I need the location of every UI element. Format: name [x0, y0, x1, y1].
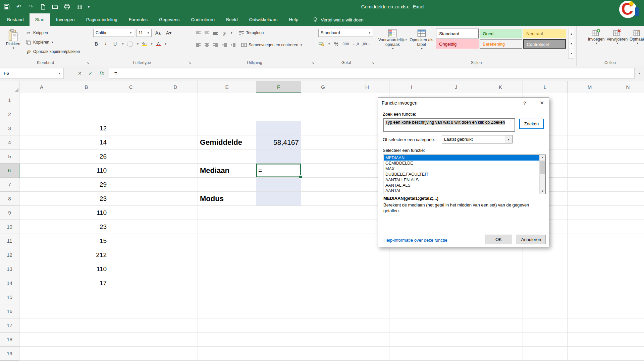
cell-I19[interactable]: [389, 347, 434, 361]
cell-N10[interactable]: [612, 220, 644, 234]
row-header-13[interactable]: 13: [0, 262, 19, 276]
cell-K18[interactable]: [478, 333, 523, 347]
font-size-combo[interactable]: 11 ▾: [136, 29, 152, 37]
cell-G12[interactable]: [301, 248, 345, 262]
cell-D5[interactable]: [153, 149, 198, 164]
list-scrollbar[interactable]: ▲ ▼: [539, 155, 545, 194]
row-header-1[interactable]: 1: [0, 93, 19, 107]
cell-H18[interactable]: [345, 333, 389, 347]
cell-B1[interactable]: [64, 93, 109, 107]
column-header-M[interactable]: M: [568, 81, 612, 93]
row-header-19[interactable]: 19: [0, 347, 19, 361]
cell-G10[interactable]: [301, 220, 345, 234]
cell-H17[interactable]: [345, 318, 389, 333]
cell-M5[interactable]: [568, 149, 612, 164]
cell-M19[interactable]: [568, 347, 612, 361]
cell-F7[interactable]: [256, 178, 301, 192]
cancel-button[interactable]: Annuleren: [517, 235, 546, 244]
cell-E19[interactable]: [198, 347, 256, 361]
cell-D12[interactable]: [153, 248, 198, 262]
cell-L16[interactable]: [523, 304, 568, 318]
fill-color-button[interactable]: [142, 42, 147, 46]
function-option-max[interactable]: MAX: [384, 166, 539, 172]
cell-G2[interactable]: [301, 107, 345, 121]
cell-style-goed[interactable]: Goed: [480, 29, 522, 38]
function-option-aantal.als[interactable]: AANTAL.ALS: [384, 183, 539, 188]
row-header-17[interactable]: 17: [0, 318, 19, 333]
gallery-more-button[interactable]: ▾: [569, 49, 574, 59]
function-option-mediaan[interactable]: MEDIAAN: [384, 155, 539, 161]
cell-M18[interactable]: [568, 333, 612, 347]
cell-C4[interactable]: [109, 135, 153, 149]
cell-E2[interactable]: [198, 107, 256, 121]
cell-F3[interactable]: [256, 121, 301, 135]
cell-F11[interactable]: [256, 234, 301, 248]
cell-H14[interactable]: [345, 276, 389, 290]
underline-button[interactable]: U: [112, 41, 118, 47]
cell-G11[interactable]: [301, 234, 345, 248]
comma-style-button[interactable]: 000: [343, 42, 350, 46]
cell-N8[interactable]: [612, 192, 644, 206]
increase-decimal-button[interactable]: ←,0: [353, 42, 359, 46]
row-header-11[interactable]: 11: [0, 234, 19, 248]
cell-E12[interactable]: [198, 248, 256, 262]
name-box-dropdown-icon[interactable]: ▾: [56, 72, 63, 75]
cell-K17[interactable]: [478, 318, 523, 333]
cell-C11[interactable]: [109, 234, 153, 248]
cell-G3[interactable]: [301, 121, 345, 135]
cell-F2[interactable]: [256, 107, 301, 121]
cell-C19[interactable]: [109, 347, 153, 361]
cell-M16[interactable]: [568, 304, 612, 318]
undo-button[interactable]: ↶: [15, 3, 22, 10]
cell-N9[interactable]: [612, 206, 644, 220]
column-header-B[interactable]: B: [64, 81, 109, 93]
cell-F19[interactable]: [256, 347, 301, 361]
column-header-E[interactable]: E: [198, 81, 256, 93]
tab-gegevens[interactable]: Gegevens: [153, 13, 185, 26]
row-header-3[interactable]: 3: [0, 121, 19, 135]
cell-B18[interactable]: [64, 333, 109, 347]
tab-beeld[interactable]: Beeld: [220, 13, 244, 26]
cell-E17[interactable]: [198, 318, 256, 333]
open-button[interactable]: [52, 3, 58, 10]
cell-A18[interactable]: [19, 333, 64, 347]
cell-B3[interactable]: 12: [64, 121, 109, 135]
cell-B11[interactable]: 15: [64, 234, 109, 248]
dialog-close-button[interactable]: ✕: [540, 100, 544, 106]
cell-N18[interactable]: [612, 333, 644, 347]
cell-A5[interactable]: [19, 149, 64, 164]
cell-B6[interactable]: 110: [64, 164, 109, 178]
orientation-button[interactable]: ab: [221, 30, 227, 36]
cell-style-neutraal[interactable]: Neutraal: [523, 29, 566, 38]
cell-A19[interactable]: [19, 347, 64, 361]
cell-D14[interactable]: [153, 276, 198, 290]
cell-M15[interactable]: [568, 290, 612, 304]
cell-L17[interactable]: [523, 318, 568, 333]
cell-K19[interactable]: [478, 347, 523, 361]
cell-H13[interactable]: [345, 262, 389, 276]
row-header-16[interactable]: 16: [0, 304, 19, 318]
cell-N17[interactable]: [612, 318, 644, 333]
format-as-table-button[interactable]: Opmaken als tabel ▾: [410, 29, 434, 59]
dialog-help-button[interactable]: ?: [523, 101, 526, 106]
tab-help[interactable]: Help: [283, 13, 304, 26]
cell-C15[interactable]: [109, 290, 153, 304]
number-dialog-launcher-icon[interactable]: ↘: [372, 61, 374, 64]
cell-M4[interactable]: [568, 135, 612, 149]
cell-C9[interactable]: [109, 206, 153, 220]
cell-K16[interactable]: [478, 304, 523, 318]
cell-D15[interactable]: [153, 290, 198, 304]
cell-G5[interactable]: [301, 149, 345, 164]
cell-E6[interactable]: Mediaan: [198, 164, 256, 178]
row-header-8[interactable]: 8: [0, 192, 19, 206]
cell-A6[interactable]: [19, 164, 64, 178]
formula-input[interactable]: =: [109, 68, 635, 79]
cell-K14[interactable]: [478, 276, 523, 290]
column-header-G[interactable]: G: [301, 81, 345, 93]
italic-button[interactable]: I: [103, 41, 109, 47]
scroll-up-icon[interactable]: ▲: [540, 155, 545, 160]
format-painter-button[interactable]: Opmaak kopiëren/plakken: [25, 48, 80, 56]
cell-M9[interactable]: [568, 206, 612, 220]
cell-I18[interactable]: [389, 333, 434, 347]
cell-A14[interactable]: [19, 276, 64, 290]
